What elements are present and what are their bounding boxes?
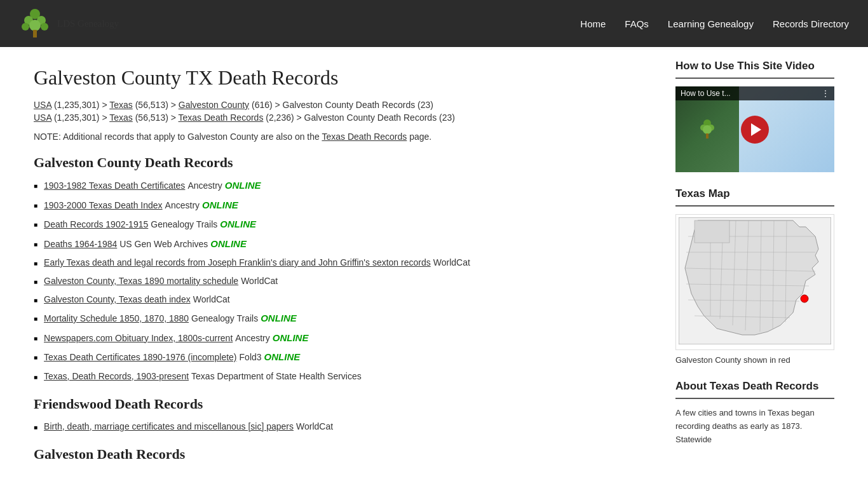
galveston-county-records-list: 1903-1982 Texas Death CertificatesAncest…: [34, 179, 650, 383]
svg-rect-28: [695, 220, 729, 243]
note-text: NOTE: Additional records that apply to G…: [34, 132, 650, 142]
nav-home[interactable]: Home: [580, 18, 606, 29]
main-content: Galveston County TX Death Records USA (1…: [34, 60, 650, 470]
about-divider: [675, 398, 834, 399]
video-section: How to Use This Site Video: [675, 60, 834, 172]
list-item: Death Records 1902-1915Genealogy TrailsO…: [34, 217, 650, 232]
record-link[interactable]: Mortality Schedule 1850, 1870, 1880: [44, 313, 189, 323]
record-link[interactable]: Deaths 1964-1984: [44, 239, 117, 249]
texas-map: [675, 214, 834, 350]
record-link[interactable]: Texas, Death Records, 1903-present: [44, 371, 189, 381]
list-item: Mortality Schedule 1850, 1870, 1880Genea…: [34, 311, 650, 326]
video-section-heading: How to Use This Site Video: [675, 60, 834, 72]
sidebar: How to Use This Site Video: [675, 60, 834, 470]
list-item: Texas Death Certificates 1890-1976 (inco…: [34, 350, 650, 365]
about-section-heading: About Texas Death Records: [675, 380, 834, 393]
breadcrumb-texas-2[interactable]: Texas: [109, 112, 133, 123]
texas-death-records-link[interactable]: Texas Death Records: [322, 132, 407, 142]
breadcrumb-galveston-county[interactable]: Galveston County: [179, 100, 249, 110]
record-link[interactable]: Newspapers.com Obituary Index, 1800s-cur…: [44, 333, 233, 343]
list-item: 1903-2000 Texas Death IndexAncestryONLIN…: [34, 198, 650, 213]
video-play-button[interactable]: [741, 116, 769, 144]
list-item: Deaths 1964-1984US Gen Web ArchivesONLIN…: [34, 237, 650, 252]
map-caption: Galveston County shown in red: [675, 355, 834, 365]
video-play-area[interactable]: [675, 86, 834, 172]
breadcrumb-texas-1[interactable]: Texas: [109, 100, 133, 110]
record-link[interactable]: Birth, death, marriage certificates and …: [44, 421, 294, 431]
nav-records-directory[interactable]: Records Directory: [773, 18, 849, 29]
list-item: Galveston County, Texas death indexWorld…: [34, 293, 650, 306]
main-nav: Home FAQs Learning Genealogy Records Dir…: [580, 18, 849, 29]
record-link[interactable]: 1903-2000 Texas Death Index: [44, 200, 163, 210]
list-item: Birth, death, marriage certificates and …: [34, 420, 650, 433]
video-thumbnail[interactable]: How to Use t... ⋮: [675, 86, 834, 172]
record-link[interactable]: Galveston County, Texas 1890 mortality s…: [44, 276, 238, 286]
list-item: Galveston County, Texas 1890 mortality s…: [34, 274, 650, 288]
nav-learning[interactable]: Learning Genealogy: [668, 18, 754, 29]
friendswood-records-list: Birth, death, marriage certificates and …: [34, 420, 650, 433]
breadcrumb-texas-death-records[interactable]: Texas Death Records: [179, 112, 264, 123]
map-divider: [675, 205, 834, 207]
site-header: LDS Genealogy Home FAQs Learning Genealo…: [0, 0, 868, 47]
texas-map-svg: [679, 217, 831, 344]
svg-point-3: [22, 23, 29, 30]
list-item: Early Texas death and legal records from…: [34, 256, 650, 269]
section-heading-1: Galveston County Death Records: [34, 154, 650, 171]
record-link[interactable]: 1903-1982 Texas Death Certificates: [44, 180, 185, 191]
svg-point-27: [801, 295, 808, 302]
list-item: Texas, Death Records, 1903-presentTexas …: [34, 370, 650, 383]
nav-faqs[interactable]: FAQs: [625, 18, 649, 29]
about-section: About Texas Death Records A few cities a…: [675, 380, 834, 446]
svg-rect-6: [33, 30, 37, 37]
logo-area[interactable]: LDS Genealogy: [19, 8, 119, 39]
section-heading-2: Friendswood Death Records: [34, 396, 650, 412]
map-section-heading: Texas Map: [675, 187, 834, 200]
svg-point-4: [29, 20, 41, 31]
section-heading-3: Galveston Death Records: [34, 446, 650, 463]
page-layout: Galveston County TX Death Records USA (1…: [15, 47, 853, 483]
list-item: 1903-1982 Texas Death CertificatesAncest…: [34, 179, 650, 193]
breadcrumb-usa-2[interactable]: USA: [34, 112, 51, 123]
page-title: Galveston County TX Death Records: [34, 66, 650, 90]
record-link[interactable]: Galveston County, Texas death index: [44, 294, 191, 304]
logo-tree-icon: [19, 8, 51, 39]
record-link[interactable]: Death Records 1902-1915: [44, 219, 148, 229]
breadcrumbs: USA (1,235,301) > Texas (56,513) > Galve…: [34, 100, 650, 123]
list-item: Newspapers.com Obituary Index, 1800s-cur…: [34, 331, 650, 346]
svg-point-5: [41, 23, 48, 30]
logo-text: LDS Genealogy: [57, 18, 119, 29]
breadcrumb-line-2: USA (1,235,301) > Texas (56,513) > Texas…: [34, 112, 650, 123]
breadcrumb-usa-1[interactable]: USA: [34, 100, 51, 110]
texas-map-section: Texas Map: [675, 187, 834, 365]
breadcrumb-line-1: USA (1,235,301) > Texas (56,513) > Galve…: [34, 100, 650, 110]
about-text: A few cities and towns in Texas began re…: [675, 407, 834, 446]
record-link[interactable]: Early Texas death and legal records from…: [44, 257, 431, 268]
record-link[interactable]: Texas Death Certificates 1890-1976 (inco…: [44, 352, 237, 362]
divider: [675, 78, 834, 79]
